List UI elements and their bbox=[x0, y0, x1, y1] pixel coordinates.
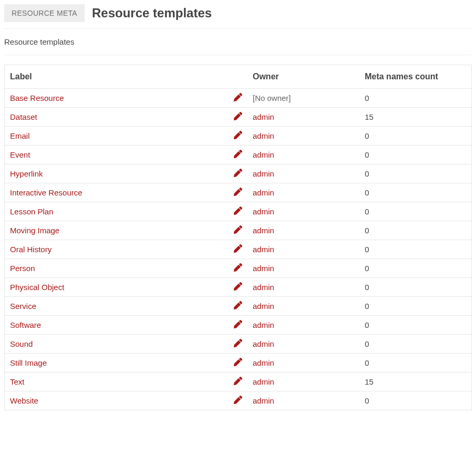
column-header-label[interactable]: Label bbox=[5, 65, 247, 89]
cell-label: Website bbox=[5, 391, 229, 410]
cell-owner: admin bbox=[247, 164, 359, 183]
template-link[interactable]: Email bbox=[10, 131, 30, 140]
cell-label: Hyperlink bbox=[5, 164, 229, 183]
table-row: Eventadmin0 bbox=[5, 146, 472, 164]
cell-count: 0 bbox=[359, 127, 471, 146]
pencil-icon[interactable] bbox=[234, 244, 242, 253]
table-row: Still Imageadmin0 bbox=[5, 354, 472, 373]
template-link[interactable]: Still Image bbox=[10, 358, 47, 367]
cell-count: 0 bbox=[359, 202, 471, 221]
pencil-icon[interactable] bbox=[234, 188, 242, 196]
cell-label: Oral History bbox=[5, 240, 229, 259]
cell-edit bbox=[229, 335, 247, 354]
pencil-icon[interactable] bbox=[234, 320, 242, 328]
pencil-icon[interactable] bbox=[234, 339, 242, 347]
templates-table: Label Owner Meta names count Base Resour… bbox=[4, 65, 472, 410]
template-link[interactable]: Physical Object bbox=[10, 283, 64, 292]
template-link[interactable]: Interactive Resource bbox=[10, 188, 82, 197]
cell-owner: admin bbox=[247, 221, 359, 240]
cell-owner: admin bbox=[247, 278, 359, 297]
template-link[interactable]: Moving Image bbox=[10, 226, 59, 235]
table-row: Soundadmin0 bbox=[5, 335, 472, 354]
pencil-icon[interactable] bbox=[234, 263, 242, 272]
column-header-count[interactable]: Meta names count bbox=[359, 65, 471, 89]
template-link[interactable]: Dataset bbox=[10, 112, 37, 121]
owner-link[interactable]: admin bbox=[253, 226, 274, 235]
template-link[interactable]: Service bbox=[10, 302, 36, 311]
pencil-icon[interactable] bbox=[234, 93, 242, 101]
cell-edit bbox=[229, 373, 247, 391]
table-row: Textadmin15 bbox=[5, 373, 472, 391]
pencil-icon[interactable] bbox=[234, 131, 242, 139]
cell-owner: admin bbox=[247, 259, 359, 278]
table-row: Serviceadmin0 bbox=[5, 297, 472, 316]
owner-link[interactable]: admin bbox=[253, 150, 274, 159]
cell-owner: admin bbox=[247, 127, 359, 146]
pencil-icon[interactable] bbox=[234, 150, 242, 158]
owner-link[interactable]: admin bbox=[253, 131, 274, 140]
template-link[interactable]: Base Resource bbox=[10, 94, 64, 102]
owner-link[interactable]: admin bbox=[253, 396, 274, 405]
template-link[interactable]: Sound bbox=[10, 339, 33, 348]
cell-edit bbox=[229, 127, 247, 146]
pencil-icon[interactable] bbox=[234, 377, 242, 385]
table-row: Moving Imageadmin0 bbox=[5, 221, 472, 240]
template-link[interactable]: Hyperlink bbox=[10, 169, 43, 178]
owner-link[interactable]: admin bbox=[253, 377, 274, 386]
cell-label: Physical Object bbox=[5, 278, 229, 297]
pencil-icon[interactable] bbox=[234, 301, 242, 309]
template-link[interactable]: Oral History bbox=[10, 245, 51, 254]
cell-owner: admin bbox=[247, 316, 359, 335]
template-link[interactable]: Lesson Plan bbox=[10, 207, 54, 216]
cell-label: Event bbox=[5, 146, 229, 164]
cell-label: Service bbox=[5, 297, 229, 316]
cell-label: Base Resource bbox=[5, 89, 229, 108]
pencil-icon[interactable] bbox=[234, 112, 242, 120]
pencil-icon[interactable] bbox=[234, 358, 242, 366]
pencil-icon[interactable] bbox=[234, 206, 242, 215]
cell-label: Person bbox=[5, 259, 229, 278]
template-link[interactable]: Person bbox=[10, 264, 35, 273]
template-link[interactable]: Website bbox=[10, 396, 38, 405]
owner-link[interactable]: admin bbox=[253, 112, 274, 121]
template-link[interactable]: Text bbox=[10, 377, 25, 386]
pencil-icon[interactable] bbox=[234, 169, 242, 177]
owner-link[interactable]: admin bbox=[253, 358, 274, 367]
cell-count: 0 bbox=[359, 89, 471, 108]
cell-count: 0 bbox=[359, 146, 471, 164]
owner-link[interactable]: admin bbox=[253, 302, 274, 311]
pencil-icon[interactable] bbox=[234, 396, 242, 404]
cell-edit bbox=[229, 89, 247, 108]
cell-label: Interactive Resource bbox=[5, 183, 229, 202]
cell-owner: admin bbox=[247, 297, 359, 316]
cell-edit bbox=[229, 183, 247, 202]
cell-edit bbox=[229, 108, 247, 127]
table-row: Base Resource[No owner]0 bbox=[5, 89, 472, 108]
pencil-icon[interactable] bbox=[234, 282, 242, 291]
pencil-icon[interactable] bbox=[234, 225, 242, 234]
cell-owner: admin bbox=[247, 354, 359, 373]
table-header-row: Label Owner Meta names count bbox=[5, 65, 472, 89]
cell-edit bbox=[229, 164, 247, 183]
cell-count: 0 bbox=[359, 164, 471, 183]
owner-link[interactable]: admin bbox=[253, 283, 274, 292]
owner-link[interactable]: admin bbox=[253, 245, 274, 254]
template-link[interactable]: Event bbox=[10, 150, 30, 159]
column-header-owner[interactable]: Owner bbox=[247, 65, 359, 89]
table-row: Physical Objectadmin0 bbox=[5, 278, 472, 297]
cell-label: Text bbox=[5, 373, 229, 391]
owner-link[interactable]: admin bbox=[253, 188, 274, 197]
table-row: Hyperlinkadmin0 bbox=[5, 164, 472, 183]
cell-count: 0 bbox=[359, 221, 471, 240]
owner-link[interactable]: admin bbox=[253, 321, 274, 329]
cell-label: Sound bbox=[5, 335, 229, 354]
owner-link[interactable]: admin bbox=[253, 339, 274, 348]
cell-count: 15 bbox=[359, 108, 471, 127]
owner-link[interactable]: admin bbox=[253, 169, 274, 178]
breadcrumb: Resource templates bbox=[4, 36, 472, 55]
cell-edit bbox=[229, 146, 247, 164]
template-link[interactable]: Software bbox=[10, 321, 41, 329]
owner-link[interactable]: admin bbox=[253, 264, 274, 273]
cell-owner: admin bbox=[247, 108, 359, 127]
owner-link[interactable]: admin bbox=[253, 207, 274, 216]
